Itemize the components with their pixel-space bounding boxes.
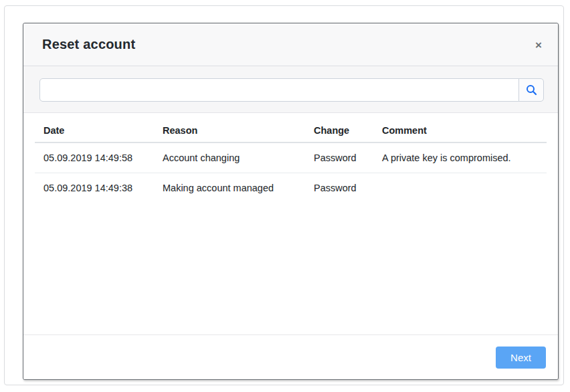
magnifier-icon	[526, 84, 537, 96]
history-table-section: Date Reason Change Comment 05.09.2019 14…	[23, 113, 558, 334]
cell-date: 05.09.2019 14:49:38	[35, 173, 154, 203]
dialog-header: Reset account ×	[23, 23, 558, 66]
cell-change: Password	[305, 173, 373, 203]
column-header-comment: Comment	[373, 118, 547, 142]
table-row[interactable]: 05.09.2019 14:49:38 Making account manag…	[35, 173, 547, 203]
table-header-row: Date Reason Change Comment	[35, 118, 547, 142]
cell-reason: Account changing	[154, 142, 305, 173]
close-icon: ×	[535, 38, 542, 51]
table-row[interactable]: 05.09.2019 14:49:58 Account changing Pas…	[35, 142, 547, 173]
dialog-footer: Next	[23, 334, 558, 379]
cell-date: 05.09.2019 14:49:58	[35, 142, 154, 173]
next-button[interactable]: Next	[496, 347, 546, 369]
search-button[interactable]	[518, 78, 544, 102]
history-table: Date Reason Change Comment 05.09.2019 14…	[35, 118, 547, 203]
column-header-change: Change	[305, 118, 373, 142]
search-input[interactable]	[39, 78, 519, 102]
search-input-group	[39, 78, 544, 102]
window-frame: Reset account ×	[4, 5, 564, 385]
reset-account-dialog: Reset account ×	[23, 23, 559, 380]
close-button[interactable]: ×	[531, 36, 546, 53]
cell-change: Password	[305, 142, 373, 173]
cell-comment: A private key is compromised.	[373, 142, 547, 173]
cell-reason: Making account managed	[154, 173, 305, 203]
search-section	[23, 66, 558, 113]
column-header-reason: Reason	[154, 118, 305, 142]
cell-comment	[373, 173, 547, 203]
dialog-title: Reset account	[42, 37, 135, 52]
column-header-date: Date	[35, 118, 154, 142]
